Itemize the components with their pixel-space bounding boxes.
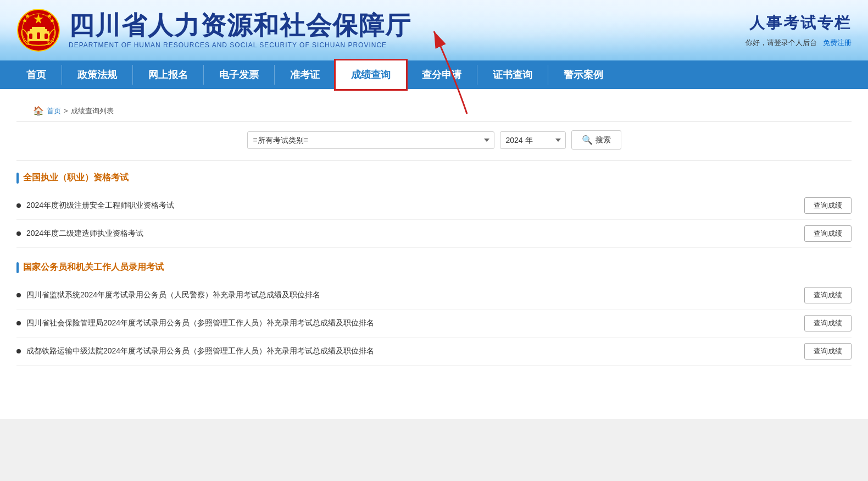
bullet-icon — [16, 231, 21, 236]
nav-item-home[interactable]: 首页 — [11, 60, 62, 89]
nav-item-warning[interactable]: 警示案例 — [548, 60, 619, 89]
home-icon: 🏠 — [33, 106, 44, 116]
query-button-1[interactable]: 查询成绩 — [804, 197, 852, 214]
breadcrumb-separator: > — [64, 107, 68, 115]
register-link[interactable]: 免费注册 — [823, 38, 852, 47]
filter-bar: =所有考试类别= 2024 年 2023 年 2022 年 🔍 搜索 — [16, 122, 852, 161]
breadcrumb-current: 成绩查询列表 — [71, 106, 114, 116]
section-civil-servant-exams: 国家公务员和机关工作人员录用考试 四川省监狱系统2024年度考试录用公务员（人民… — [16, 262, 852, 366]
item-text-2: 2024年度二级建造师执业资格考试 — [26, 229, 143, 239]
svg-rect-5 — [29, 34, 32, 39]
login-prompt: 你好，请登录个人后台 — [745, 38, 817, 47]
query-button-3[interactable]: 查询成绩 — [804, 287, 852, 303]
breadcrumb: 🏠 首页 > 成绩查询列表 — [16, 100, 852, 122]
main-content: 🏠 首页 > 成绩查询列表 =所有考试类别= 2024 年 2023 年 202… — [0, 89, 868, 419]
nav-item-policy[interactable]: 政策法规 — [62, 60, 132, 89]
year-select[interactable]: 2024 年 2023 年 2022 年 — [500, 131, 566, 149]
breadcrumb-home[interactable]: 首页 — [47, 106, 61, 116]
header-left: 四川省人力资源和社会保障厅 DEPARTMENT OF HUMAN RESOUR… — [16, 8, 411, 52]
title-main: 四川省人力资源和社会保障厅 — [69, 12, 411, 40]
login-area: 你好，请登录个人后台 免费注册 — [745, 38, 852, 48]
nav-item-cert[interactable]: 证书查询 — [477, 60, 548, 89]
query-button-4[interactable]: 查询成绩 — [804, 315, 852, 331]
list-item: 2024年度二级建造师执业资格考试 查询成绩 — [16, 220, 852, 248]
section2-list: 四川省监狱系统2024年度考试录用公务员（人民警察）补充录用考试总成绩及职位排名… — [16, 281, 852, 366]
query-button-2[interactable]: 查询成绩 — [804, 225, 852, 242]
item-left-3: 四川省监狱系统2024年度考试录用公务员（人民警察）补充录用考试总成绩及职位排名 — [16, 290, 320, 300]
nav-item-invoice[interactable]: 电子发票 — [204, 60, 274, 89]
list-item: 成都铁路运输中级法院2024年度考试录用公务员（参照管理工作人员）补充录用考试总… — [16, 338, 852, 366]
section-national-exams: 全国执业（职业）资格考试 2024年度初级注册安全工程师职业资格考试 查询成绩 … — [16, 172, 852, 248]
section2-bar — [16, 262, 19, 273]
item-text-5: 成都铁路运输中级法院2024年度考试录用公务员（参照管理工作人员）补充录用考试总… — [26, 346, 374, 356]
category-select[interactable]: =所有考试类别= — [247, 131, 494, 149]
bullet-icon — [16, 203, 21, 208]
header-right: 人事考试专栏 你好，请登录个人后台 免费注册 — [745, 13, 852, 48]
item-left-2: 2024年度二级建造师执业资格考试 — [16, 229, 143, 239]
item-text-4: 四川省社会保险管理局2024年度考试录用公务员（参照管理工作人员）补充录用考试总… — [26, 318, 374, 328]
section1-title-container: 全国执业（职业）资格考试 — [16, 172, 852, 184]
item-left-1: 2024年度初级注册安全工程师职业资格考试 — [16, 201, 174, 211]
bullet-icon — [16, 293, 21, 297]
bullet-icon — [16, 321, 21, 325]
page-header: 四川省人力资源和社会保障厅 DEPARTMENT OF HUMAN RESOUR… — [0, 0, 868, 60]
nav-item-appeal[interactable]: 查分申请 — [407, 60, 477, 89]
nav-item-registration[interactable]: 网上报名 — [133, 60, 203, 89]
exam-badge: 人事考试专栏 — [749, 13, 852, 34]
site-title: 四川省人力资源和社会保障厅 DEPARTMENT OF HUMAN RESOUR… — [69, 12, 411, 49]
svg-rect-4 — [32, 27, 45, 30]
svg-rect-6 — [37, 32, 40, 39]
list-item: 四川省监狱系统2024年度考试录用公务员（人民警察）补充录用考试总成绩及职位排名… — [16, 281, 852, 309]
nav-item-admission[interactable]: 准考证 — [275, 60, 335, 89]
search-label: 搜索 — [596, 135, 611, 145]
section1-title: 全国执业（职业）资格考试 — [23, 172, 129, 184]
list-item: 四川省社会保险管理局2024年度考试录用公务员（参照管理工作人员）补充录用考试总… — [16, 309, 852, 338]
nav-item-scores[interactable]: 成绩查询 — [336, 60, 406, 89]
title-sub: DEPARTMENT OF HUMAN RESOURCES AND SOCIAL… — [69, 41, 411, 49]
search-button[interactable]: 🔍 搜索 — [571, 130, 621, 150]
item-text-1: 2024年度初级注册安全工程师职业资格考试 — [26, 201, 174, 211]
item-left-5: 成都铁路运输中级法院2024年度考试录用公务员（参照管理工作人员）补充录用考试总… — [16, 346, 374, 356]
section2-title: 国家公务员和机关工作人员录用考试 — [23, 262, 164, 273]
section1-list: 2024年度初级注册安全工程师职业资格考试 查询成绩 2024年度二级建造师执业… — [16, 192, 852, 248]
bullet-icon — [16, 349, 21, 353]
item-text-3: 四川省监狱系统2024年度考试录用公务员（人民警察）补充录用考试总成绩及职位排名 — [26, 290, 320, 300]
svg-rect-7 — [44, 34, 48, 39]
item-left-4: 四川省社会保险管理局2024年度考试录用公务员（参照管理工作人员）补充录用考试总… — [16, 318, 374, 328]
list-item: 2024年度初级注册安全工程师职业资格考试 查询成绩 — [16, 192, 852, 220]
query-button-5[interactable]: 查询成绩 — [804, 343, 852, 360]
section1-bar — [16, 173, 19, 184]
main-nav: 首页 政策法规 网上报名 电子发票 准考证 成绩查询 查分申请 证书查询 警示案… — [0, 60, 868, 89]
section2-title-container: 国家公务员和机关工作人员录用考试 — [16, 262, 852, 273]
search-icon: 🔍 — [582, 135, 593, 145]
national-emblem — [16, 8, 60, 52]
